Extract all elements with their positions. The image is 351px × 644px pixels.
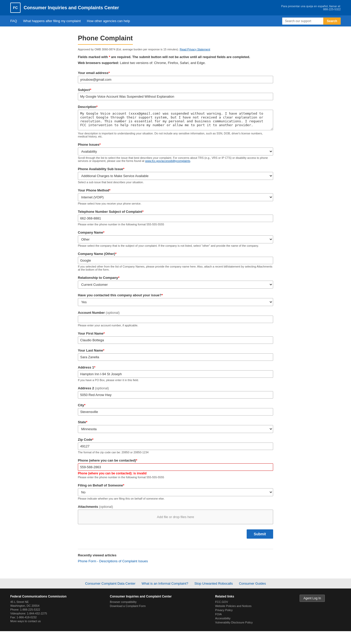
site-title: Consumer Inquiries and Complaints Center	[24, 5, 119, 11]
contacted-select[interactable]: Yes	[78, 298, 273, 306]
footer-link-complaint-data[interactable]: Consumer Complaint Data Center	[85, 582, 135, 585]
recently-viewed-title: Recently viewed articles	[78, 553, 273, 557]
company-name-select[interactable]: Other	[78, 235, 273, 243]
accessibility-link[interactable]: www.fcc.gov/accessibilitycomplaints	[145, 159, 190, 162]
required-note: Fields marked with * are required. The s…	[78, 55, 273, 59]
recently-viewed-section: Recently viewed articles Phone Form - De…	[78, 549, 273, 563]
company-other-field[interactable]	[78, 257, 273, 264]
footer-col-agent: Agent Log In	[300, 595, 341, 625]
nav-other-agencies[interactable]: How other agencies can help	[87, 15, 130, 26]
footer-fccgov-link[interactable]: FCC.GOV	[215, 600, 256, 603]
main-content: Phone Complaint Approved by OMB 3060-087…	[73, 26, 278, 578]
footer-website-policies-link[interactable]: Website Policies and Notices	[215, 604, 256, 608]
description-group: Description* My Google Voice account (xx…	[78, 105, 273, 138]
contact-phone-error: Phone (where you can be contacted): is i…	[78, 472, 273, 475]
approval-text: Approved by OMB 3060-0874 (Est. average …	[78, 48, 273, 51]
email-field[interactable]	[78, 76, 273, 83]
contacted-group: Have you contacted this company about yo…	[78, 293, 273, 306]
email-group: Your email address*	[78, 71, 273, 83]
address1-field[interactable]	[78, 370, 273, 378]
first-name-group: Your First Name*	[78, 332, 273, 344]
account-number-hint: Please enter your account number, if app…	[78, 324, 273, 327]
footer-privacy-link[interactable]: Privacy Policy	[215, 609, 256, 612]
filing-behalf-select[interactable]: No	[78, 488, 273, 496]
state-select[interactable]: Minnesota	[78, 425, 273, 433]
filing-behalf-label: Filing on Behalf of Someone*	[78, 483, 273, 487]
last-name-field[interactable]	[78, 353, 273, 361]
recently-viewed-link[interactable]: Phone Form - Descriptions of Complaint I…	[78, 559, 148, 563]
state-group: State* Minnesota	[78, 420, 273, 433]
account-number-label: Account Number (optional)	[78, 311, 273, 315]
attachments-dropzone[interactable]: Add file or drop files here	[78, 510, 273, 524]
address1-hint: If you have a PO Box, please enter it in…	[78, 379, 273, 382]
footer-col2-title: Consumer Inquiries and Complaint Center	[110, 595, 172, 598]
first-name-field[interactable]	[78, 336, 273, 344]
description-hint: Your description is important to underst…	[78, 132, 273, 138]
footer-col-related: Related links FCC.GOV Website Policies a…	[215, 595, 256, 625]
subject-field[interactable]	[78, 93, 273, 100]
relationship-label: Relationship to Company*	[78, 276, 273, 280]
address1-label: Address 1*	[78, 365, 273, 369]
footer-link-guides[interactable]: Consumer Guides	[239, 582, 266, 585]
city-group: City*	[78, 403, 273, 416]
account-number-field[interactable]	[78, 316, 273, 323]
nav-faq[interactable]: FAQ	[10, 15, 17, 26]
phone-method-select[interactable]: Internet (VOIP)	[78, 193, 273, 201]
top-header: FC Consumer Inquiries and Complaints Cen…	[0, 0, 351, 15]
contact-phone-group: Phone (where you can be contacted)* Phon…	[78, 458, 273, 479]
page-title: Phone Complaint	[78, 34, 133, 45]
footer-contact-link[interactable]: More ways to contact us	[10, 620, 67, 623]
contacted-label: Have you contacted this company about yo…	[78, 293, 273, 297]
nav-bar: FAQ What happens after filing my complai…	[0, 15, 351, 26]
footer-accessibility-link[interactable]: Accessibility	[215, 617, 256, 620]
nav-after-filing[interactable]: What happens after filing my complaint	[23, 15, 81, 26]
phone-issues-select[interactable]: Availability	[78, 148, 273, 155]
submit-row: Submit	[78, 529, 273, 539]
state-label: State*	[78, 420, 273, 424]
first-name-label: Your First Name*	[78, 332, 273, 335]
phone-method-label: Your Phone Method*	[78, 188, 273, 192]
footer-browser-compat-link[interactable]: Browser compatibility	[110, 600, 172, 603]
footer-vulnerability-link[interactable]: Vulnerability Disclosure Policy	[215, 621, 256, 624]
description-field[interactable]: My Google Voice account (xxxx@gmail.com)…	[78, 110, 273, 130]
fcc-logo: FC	[10, 3, 21, 13]
privacy-link[interactable]: Read Privacy Statement	[180, 48, 210, 51]
phone-sub-hint: Select a sub issue that best describes y…	[78, 181, 273, 184]
address2-field[interactable]	[78, 391, 273, 399]
footer-link-informal[interactable]: What is an Informal Complaint?	[142, 582, 188, 585]
zip-field[interactable]	[78, 443, 273, 450]
zip-label: Zip Code*	[78, 438, 273, 441]
city-field[interactable]	[78, 408, 273, 416]
subject-label: Subject*	[78, 88, 273, 92]
tel-subject-field[interactable]	[78, 215, 273, 222]
footer-col3-title: Related links	[215, 595, 256, 598]
footer-col-cicc: Consumer Inquiries and Complaint Center …	[110, 595, 172, 625]
search-input[interactable]	[282, 17, 323, 25]
footer-foia-link[interactable]: FOIA	[215, 613, 256, 616]
tel-subject-group: Telephone Number Subject of Complaint* P…	[78, 210, 273, 226]
address1-group: Address 1* If you have a PO Box, please …	[78, 365, 273, 382]
phone-sub-select[interactable]: Additional Charges to Make Service Avail…	[78, 172, 273, 180]
search-button[interactable]: Search	[323, 17, 341, 25]
zip-hint: The format of the zip code can be: 20850…	[78, 451, 273, 454]
footer-link-robocalls[interactable]: Stop Unwanted Robocalls	[194, 582, 233, 585]
phone-issues-label: Phone Issues*	[78, 143, 273, 146]
relationship-select[interactable]: Current Customer	[78, 281, 273, 289]
company-other-hint: If you selected other from the list of C…	[78, 265, 273, 271]
agent-login-button[interactable]: Agent Log In	[300, 595, 325, 602]
attachments-label: Attachments (optional)	[78, 505, 273, 509]
footer-col1-title: Federal Communications Commission	[10, 595, 67, 598]
contact-phone-label: Phone (where you can be contacted)*	[78, 458, 273, 462]
submit-button[interactable]: Submit	[247, 529, 273, 539]
footer: Federal Communications Commission 45 L S…	[0, 588, 351, 631]
company-name-label: Company Name*	[78, 231, 273, 234]
phone-sub-group: Phone Availability Sub Issue* Additional…	[78, 167, 273, 184]
address2-label: Address 2 (optional)	[78, 386, 273, 390]
subject-group: Subject*	[78, 88, 273, 100]
footer-download-form-link[interactable]: Download a Complaint Form	[110, 604, 172, 608]
zip-group: Zip Code* The format of the zip code can…	[78, 438, 273, 454]
nav-links: FAQ What happens after filing my complai…	[10, 15, 130, 26]
contact-phone-field[interactable]	[78, 463, 273, 471]
filing-behalf-hint: Please indicate whether you are filing t…	[78, 497, 273, 500]
search-bar: Search	[282, 17, 341, 25]
